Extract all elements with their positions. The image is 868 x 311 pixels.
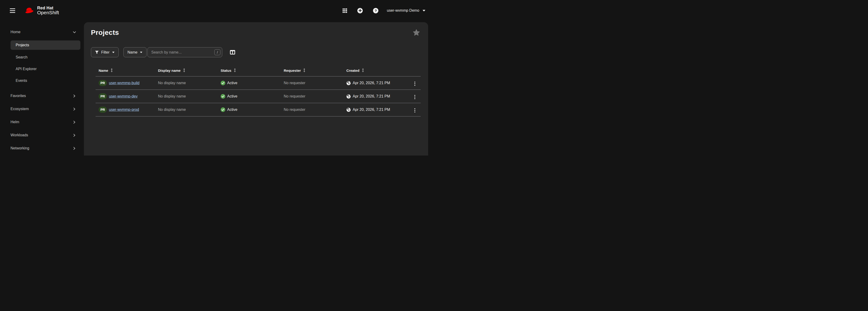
- sidebar-item-search-label: Search: [16, 55, 28, 59]
- quick-create-button[interactable]: [358, 8, 363, 13]
- redhat-fedora-icon: [24, 6, 35, 15]
- sidebar-group-home[interactable]: Home: [0, 25, 84, 39]
- display-name-value: No display name: [158, 94, 186, 98]
- help-circle-icon: ?: [373, 8, 378, 13]
- sidebar-item-api-explorer[interactable]: API Explorer: [10, 63, 81, 75]
- sidebar-group-favorites-label: Favorites: [10, 94, 26, 98]
- search-input[interactable]: [151, 50, 214, 55]
- column-header-created-label: Created: [346, 68, 360, 73]
- content-panel: Projects Filter Name /: [84, 22, 428, 156]
- app-launcher-grid-icon: [343, 8, 347, 13]
- star-icon: [413, 29, 420, 36]
- columns-icon: [230, 50, 235, 55]
- sort-both-icon: [183, 68, 185, 72]
- chevron-down-icon: [73, 30, 76, 33]
- masthead: Red Hat OpenShift ? user-wvmmp Demo: [0, 0, 434, 21]
- project-link[interactable]: user-wvmmp-prod: [109, 108, 139, 112]
- projects-toolbar: Filter Name /: [91, 47, 419, 57]
- row-actions-kebab-icon[interactable]: [412, 80, 417, 87]
- project-link[interactable]: user-wvmmp-dev: [109, 94, 138, 98]
- sidebar-item-projects-label: Projects: [16, 43, 29, 47]
- sidebar-item-projects[interactable]: Projects: [10, 40, 81, 50]
- row-actions-kebab-icon[interactable]: [412, 107, 417, 114]
- sort-created-button[interactable]: [362, 68, 364, 72]
- chevron-right-icon: [72, 108, 75, 111]
- sidebar-group-ecosystem-label: Ecosystem: [10, 107, 29, 111]
- table-header-row: Name Display name Status Requester Creat…: [96, 68, 421, 77]
- display-name-value: No display name: [158, 81, 186, 85]
- project-resource-badge: PR: [99, 93, 107, 100]
- sidebar-item-search[interactable]: Search: [10, 52, 81, 63]
- column-header-name: Name: [96, 68, 155, 77]
- user-menu-label: user-wvmmp Demo: [387, 8, 419, 12]
- status-value: Active: [227, 94, 238, 98]
- column-header-status: Status: [218, 68, 281, 77]
- sort-both-icon: [111, 68, 113, 72]
- requester-value: No requester: [284, 81, 306, 85]
- caret-down-icon: [423, 10, 425, 11]
- display-name-value: No display name: [158, 108, 186, 112]
- app-launcher-button[interactable]: [343, 8, 347, 13]
- table-row: PR user-wvmmp-build No display name Acti…: [96, 77, 421, 90]
- brand-wordmark: Red Hat OpenShift: [37, 6, 59, 16]
- column-header-requester: Requester: [281, 68, 343, 77]
- sidebar-item-api-explorer-label: API Explorer: [16, 67, 37, 71]
- sidebar-group-favorites[interactable]: Favorites: [0, 89, 84, 103]
- chevron-right-icon: [72, 134, 75, 137]
- created-value: Apr 20, 2026, 7:21 PM: [353, 81, 390, 85]
- sidebar-group-ecosystem[interactable]: Ecosystem: [0, 103, 84, 115]
- table-row: PR user-wvmmp-dev No display name Active…: [96, 90, 421, 103]
- sidebar-group-workloads[interactable]: Workloads: [0, 129, 84, 142]
- sidebar-group-home-label: Home: [10, 30, 21, 34]
- sort-name-button[interactable]: [111, 68, 113, 72]
- user-menu-button[interactable]: user-wvmmp Demo: [387, 8, 425, 12]
- caret-down-icon: [140, 52, 142, 53]
- project-resource-badge: PR: [99, 107, 107, 113]
- status-value: Active: [227, 108, 238, 112]
- sidebar-group-helm[interactable]: Helm: [0, 115, 84, 129]
- sidebar-item-events-label: Events: [16, 79, 27, 83]
- attribute-dropdown-button[interactable]: Name: [123, 47, 147, 57]
- filter-funnel-icon: [95, 51, 99, 54]
- requester-value: No requester: [284, 108, 306, 112]
- page-title: Projects: [91, 29, 419, 36]
- project-link[interactable]: user-wvmmp-build: [109, 81, 140, 85]
- column-header-requester-label: Requester: [284, 68, 301, 73]
- sort-both-icon: [362, 68, 364, 72]
- search-box: /: [148, 47, 222, 57]
- projects-table: Name Display name Status Requester Creat…: [96, 68, 421, 116]
- row-actions-kebab-icon[interactable]: [412, 94, 417, 100]
- attribute-dropdown-label: Name: [128, 50, 138, 55]
- sidebar-group-workloads-label: Workloads: [10, 133, 28, 137]
- table-row: PR user-wvmmp-prod No display name Activ…: [96, 103, 421, 116]
- sidebar-nav: Home Projects Search API Explorer: [0, 21, 84, 156]
- column-header-display-name: Display name: [155, 68, 218, 77]
- caret-down-icon: [112, 52, 115, 53]
- favorite-page-button[interactable]: [413, 29, 420, 36]
- projects-table-wrapper: Name Display name Status Requester Creat…: [96, 68, 421, 116]
- column-header-actions: [409, 68, 421, 77]
- sort-display-name-button[interactable]: [183, 68, 185, 72]
- globe-icon: [346, 108, 351, 112]
- sort-requester-button[interactable]: [303, 68, 306, 72]
- filter-dropdown-label: Filter: [101, 50, 110, 55]
- manage-columns-button[interactable]: [230, 50, 235, 55]
- sidebar-item-events[interactable]: Events: [10, 75, 81, 86]
- check-circle-icon: [221, 81, 225, 85]
- brand-line1: Red Hat: [37, 6, 59, 10]
- filter-dropdown-button[interactable]: Filter: [91, 47, 119, 57]
- sort-status-button[interactable]: [234, 68, 236, 72]
- search-shortcut-hint: /: [214, 49, 220, 55]
- sidebar-group-networking[interactable]: Networking: [0, 142, 84, 155]
- column-header-status-label: Status: [221, 68, 231, 73]
- globe-icon: [346, 81, 351, 85]
- sidebar-group-helm-label: Helm: [10, 120, 19, 124]
- column-header-created: Created: [343, 68, 409, 77]
- check-circle-icon: [221, 94, 225, 99]
- help-button[interactable]: ?: [373, 8, 378, 13]
- brand-logo[interactable]: Red Hat OpenShift: [24, 6, 59, 16]
- nav-toggle-hamburger-icon[interactable]: [9, 7, 16, 14]
- chevron-right-icon: [72, 121, 75, 124]
- sort-both-icon: [303, 68, 306, 72]
- requester-value: No requester: [284, 94, 306, 98]
